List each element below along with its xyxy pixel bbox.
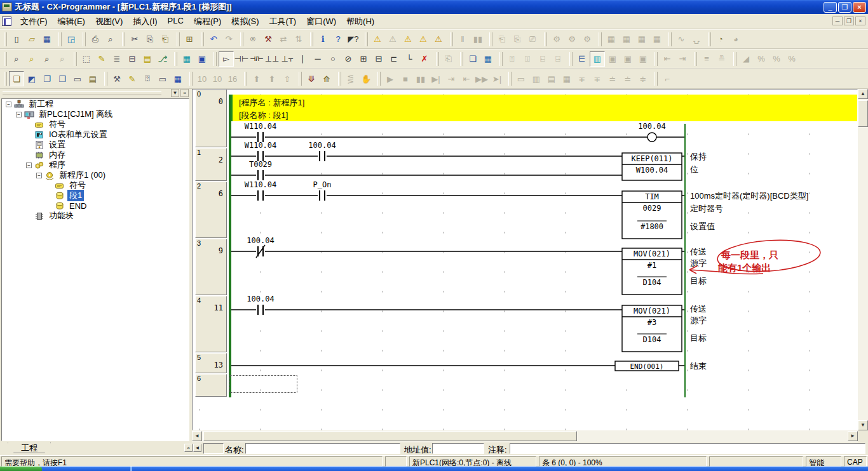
- start-button-edge[interactable]: [0, 467, 42, 471]
- tree-item-section-10[interactable]: END: [2, 201, 189, 211]
- select-tool-button[interactable]: ▻: [219, 51, 234, 67]
- transfer-to-plc-check-button[interactable]: ⚠: [416, 32, 431, 47]
- window-arrange-button[interactable]: ◩: [24, 71, 39, 86]
- watch-collapse-icon[interactable]: ◄: [193, 444, 201, 452]
- tree-item-program-7[interactable]: −新程序1 (00): [2, 170, 189, 180]
- menu-item-3[interactable]: 视图(V): [90, 14, 128, 29]
- menu-item-5[interactable]: PLC: [163, 14, 189, 29]
- edit-symbols-button[interactable]: ✎: [125, 71, 140, 86]
- new-closed-coil-button[interactable]: ⊘: [341, 51, 356, 67]
- rung-comment-edit-button[interactable]: ✎: [94, 51, 109, 67]
- watch-close-icon[interactable]: ×: [184, 444, 193, 452]
- menu-item-8[interactable]: 工具(T): [264, 14, 302, 29]
- rung-header-2[interactable]: 26: [195, 182, 227, 238]
- delete-element-button[interactable]: ✗: [417, 51, 432, 67]
- cut-button[interactable]: ✂: [127, 32, 142, 47]
- window-properties-button[interactable]: ▤: [85, 71, 100, 86]
- monitor-grid-button[interactable]: ▦: [170, 71, 186, 86]
- copy-button[interactable]: ⎘: [142, 32, 158, 47]
- menu-item-10[interactable]: 帮助(H): [341, 14, 379, 29]
- address-input[interactable]: [432, 443, 484, 454]
- rung-header-6[interactable]: 6: [195, 374, 227, 397]
- tree-item-function-block-11[interactable]: 功能块: [2, 211, 189, 221]
- window-link-button[interactable]: ❒: [55, 71, 70, 86]
- address-reference-button[interactable]: ⋿: [574, 51, 590, 67]
- cross-reference-popup-button[interactable]: ▣: [194, 51, 210, 67]
- tree-item-io-table-3[interactable]: IO表和单元设置: [2, 129, 189, 140]
- paste-button[interactable]: ⎗: [158, 32, 173, 47]
- rung-header-4[interactable]: 411: [195, 296, 227, 352]
- tree-item-symbols-2[interactable]: 符号: [2, 119, 189, 129]
- tree-item-memory-5[interactable]: 内存: [2, 150, 189, 160]
- menu-item-1[interactable]: 文件(F): [15, 14, 53, 29]
- menu-item-4[interactable]: 插入(I): [128, 14, 162, 29]
- symbol-lookup-button[interactable]: ⚒: [109, 71, 125, 86]
- new-file-button[interactable]: ▯: [9, 32, 24, 47]
- transfer-from-plc-button[interactable]: ⟰: [319, 71, 334, 86]
- tree-item-symbols-8[interactable]: 符号: [2, 180, 189, 190]
- tree-item-settings-4[interactable]: 设置: [2, 140, 189, 150]
- help-button[interactable]: ?: [330, 32, 346, 47]
- zoom-out-button[interactable]: ⌕: [39, 51, 55, 67]
- rung-header-5[interactable]: 513: [195, 353, 227, 373]
- show-rung-annotation-button[interactable]: ≣: [109, 51, 125, 67]
- compile-button[interactable]: ⚠: [370, 32, 385, 47]
- find-button[interactable]: ⌾: [245, 32, 261, 47]
- menu-item-7[interactable]: 模拟(S): [226, 14, 264, 29]
- scroll-right-icon[interactable]: ►: [848, 431, 858, 441]
- symbol-table-view-button[interactable]: ▦: [179, 51, 194, 67]
- grid-toggle-button[interactable]: ⬚: [79, 51, 94, 67]
- tree-item-section-9[interactable]: 段1: [2, 190, 189, 201]
- function-block-invoke-button[interactable]: ⊏: [386, 51, 402, 67]
- program-check-all-button[interactable]: ⚠: [400, 32, 416, 47]
- scroll-left-icon[interactable]: ◄: [192, 431, 202, 441]
- window-find-button[interactable]: ❐: [39, 71, 55, 86]
- rung-header-1[interactable]: 12: [195, 148, 227, 181]
- close-button[interactable]: ×: [853, 2, 866, 13]
- window-cascade-button[interactable]: ❏: [9, 71, 24, 86]
- ladder-canvas[interactable]: [193, 90, 858, 431]
- print-button[interactable]: ⎙: [88, 32, 103, 47]
- undo-button[interactable]: ↶: [206, 32, 221, 47]
- force-on-button[interactable]: ◔: [713, 32, 728, 47]
- close-icon[interactable]: ×: [180, 89, 189, 97]
- program-check-button[interactable]: ◲: [64, 32, 79, 47]
- menu-item-6[interactable]: 编程(P): [189, 14, 226, 29]
- work-online-button[interactable]: ⚠: [431, 32, 446, 47]
- vertical-scroll-thumb[interactable]: [858, 100, 868, 127]
- zoom-in-button[interactable]: ⌕: [9, 51, 24, 67]
- line-connector-button[interactable]: └: [402, 51, 417, 67]
- rung-header-3[interactable]: 39: [195, 239, 227, 295]
- address-reference-tool-button[interactable]: ⚒: [261, 32, 276, 47]
- transfer-to-plc-button[interactable]: ⟱: [304, 71, 319, 86]
- new-instruction-button[interactable]: ⊞: [356, 51, 371, 67]
- tree-item-programs-6[interactable]: −程序: [2, 160, 189, 170]
- watch-window-button[interactable]: ▥: [590, 51, 605, 67]
- tree-expander-icon[interactable]: −: [36, 173, 42, 178]
- name-input[interactable]: [245, 443, 400, 454]
- mdi-close-button[interactable]: ×: [855, 17, 865, 25]
- vertical-scrollbar[interactable]: ▲ ▼: [858, 89, 868, 430]
- data-table-view-button[interactable]: ▦: [480, 51, 496, 67]
- monitor-in-rung-button[interactable]: ▤: [140, 51, 155, 67]
- restore-button[interactable]: ❐: [838, 2, 851, 13]
- chevron-down-icon[interactable]: ▼: [171, 89, 179, 97]
- new-horizontal-line-button[interactable]: ─: [310, 51, 325, 67]
- io-comment-view-button[interactable]: ⊟: [125, 51, 140, 67]
- rung-header-0[interactable]: 00: [195, 90, 227, 147]
- new-or-contact-button[interactable]: ⊥⊥: [264, 51, 280, 67]
- zoom-to-selection-button[interactable]: ⌕: [24, 51, 39, 67]
- mdi-restore-button[interactable]: ❐: [844, 17, 854, 25]
- comment-input[interactable]: [510, 443, 865, 454]
- new-or-closed-contact-button[interactable]: ⊥⫟: [280, 51, 295, 67]
- tree-expander-icon[interactable]: −: [6, 102, 11, 107]
- save-button[interactable]: ▦: [39, 32, 55, 47]
- horizontal-scroll-thumb[interactable]: [203, 431, 577, 441]
- horizontal-scrollbar[interactable]: ◄ ►: [192, 430, 858, 442]
- new-contact-button[interactable]: ⊣⊢: [234, 51, 249, 67]
- tree-expander-icon[interactable]: −: [26, 163, 32, 168]
- new-coil-button[interactable]: ○: [325, 51, 341, 67]
- tab-project[interactable]: 工程: [8, 442, 51, 453]
- mdi-minimize-button[interactable]: ─: [832, 17, 843, 25]
- print-preview-button[interactable]: ⌕: [103, 32, 118, 47]
